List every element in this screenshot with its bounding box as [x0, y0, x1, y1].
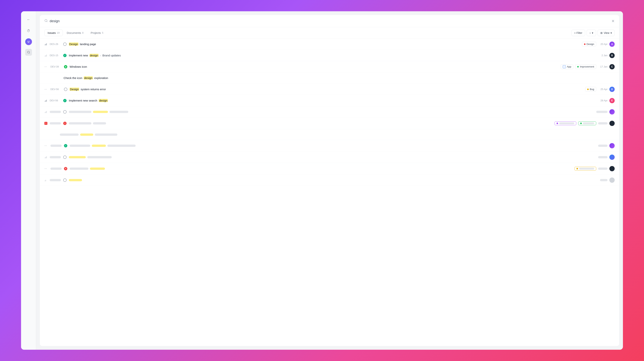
issue-title-prefix: Implement new — [69, 54, 88, 57]
skeleton-date — [598, 122, 608, 124]
svg-rect-17 — [45, 180, 45, 181]
label-dot — [584, 44, 586, 45]
more-dots-icon[interactable]: ··· — [44, 88, 48, 91]
view-label: View — [604, 32, 610, 34]
table-row[interactable]: DES-26 Design landing page Design 20 Apr… — [40, 38, 619, 50]
tab-documents[interactable]: Documents 8 — [64, 30, 87, 36]
search-sidebar-icon[interactable] — [25, 49, 32, 56]
search-input[interactable] — [50, 19, 610, 23]
issue-label — [574, 167, 596, 170]
issue-id: DES-15 — [50, 54, 61, 57]
svg-rect-16 — [46, 156, 47, 158]
skeleton-text — [70, 168, 88, 170]
issue-title-prefix: Implement new search — [69, 99, 97, 102]
issue-meta: 28 Apr E — [598, 98, 615, 103]
issues-list: DES-26 Design landing page Design 20 Apr… — [40, 38, 619, 346]
label-dot — [556, 122, 558, 124]
svg-rect-7 — [46, 54, 47, 56]
avatar: C — [610, 64, 615, 70]
skeleton-highlight — [90, 168, 105, 170]
issue-meta: Bug 25 Apr D — [585, 87, 615, 92]
skeleton-row: ! + — [40, 118, 619, 129]
skeleton-id — [50, 111, 61, 113]
status-badge — [63, 156, 66, 159]
skeleton-text2 — [95, 134, 117, 136]
svg-rect-14 — [45, 157, 45, 158]
issue-date: 2 Jan — [598, 54, 608, 57]
avatar — [610, 154, 615, 160]
issue-meta — [554, 121, 615, 126]
svg-rect-9 — [46, 100, 46, 102]
table-row[interactable]: ··· DEV-39 ● Windows icon □ App Improvem… — [40, 61, 619, 72]
table-row[interactable]: Check the icon design exploration — [40, 72, 619, 84]
sort-button[interactable]: ↕ ▾ — [587, 30, 596, 36]
avatar[interactable]: U — [25, 38, 32, 45]
issue-label[interactable]: Design — [582, 42, 596, 46]
issue-label[interactable]: Improvement — [575, 64, 596, 69]
label-text: Improvement — [580, 65, 594, 68]
avatar: D — [610, 87, 615, 92]
back-icon[interactable]: ← — [25, 16, 32, 23]
table-row[interactable]: ··· DEV-56 Design system returns error B… — [40, 84, 619, 95]
issue-title-text: system returns error — [81, 88, 106, 91]
label-dot — [587, 88, 589, 90]
skeleton-text — [69, 122, 92, 124]
tab-issues[interactable]: Issues 19 — [44, 30, 63, 36]
more-dots-icon[interactable]: ··· — [44, 65, 48, 68]
app-label[interactable]: □ App — [561, 64, 573, 69]
skeleton-label — [579, 168, 594, 170]
history-icon[interactable]: ⏱ — [25, 27, 32, 34]
filter-button[interactable]: + Filter — [572, 30, 585, 36]
priority-icon — [44, 54, 48, 57]
issue-label[interactable]: Bug — [585, 87, 596, 92]
issue-title: Design landing page — [69, 42, 580, 46]
search-icon — [44, 19, 48, 23]
breadcrumb-child: Brand updates — [102, 54, 121, 57]
highlight: design — [90, 54, 98, 57]
issue-meta — [600, 178, 615, 183]
sidebar: ← ⏱ U — [21, 11, 36, 350]
svg-rect-5 — [45, 56, 45, 56]
issue-date: 28 Apr — [598, 99, 608, 102]
skeleton-id — [50, 179, 61, 181]
issue-title-text: landing page — [80, 42, 96, 46]
avatar — [610, 143, 615, 148]
skeleton-text — [70, 144, 90, 147]
skeleton-text2 — [108, 144, 136, 147]
close-icon[interactable]: ✕ — [612, 19, 615, 23]
priority-icon — [44, 179, 48, 182]
avatar: E — [610, 98, 615, 103]
issue-title-text: Windows icon — [70, 65, 87, 68]
issue-meta — [596, 109, 615, 114]
tab-projects-label: Projects — [91, 31, 101, 34]
tab-projects[interactable]: Projects 5 — [88, 30, 106, 36]
issue-date: 25 Apr — [598, 88, 608, 91]
svg-point-1 — [45, 19, 47, 22]
svg-rect-12 — [46, 112, 46, 113]
svg-rect-4 — [46, 43, 47, 45]
status-badge: ✓ — [63, 99, 66, 102]
issue-date: 17 Jan — [598, 65, 608, 68]
sort-chevron: ▾ — [592, 32, 593, 34]
label-dot — [576, 168, 578, 170]
view-icon: ⊞ — [600, 32, 602, 34]
skeleton-row — [40, 174, 619, 186]
skeleton-date — [600, 179, 608, 181]
table-row[interactable]: DEV-56 ✓ Implement new search design 28 … — [40, 95, 619, 106]
skeleton-row: ··· ✓ — [40, 140, 619, 152]
issue-date: 20 Apr — [598, 43, 608, 46]
table-row[interactable]: DES-15 ✓ Implement new design › Brand up… — [40, 50, 619, 61]
skeleton-row — [40, 152, 619, 163]
status-badge: + — [63, 122, 66, 125]
search-bar: ✕ — [40, 15, 619, 27]
issue-meta — [598, 154, 615, 160]
view-button[interactable]: ⊞ View ▾ — [598, 30, 615, 36]
highlight: design — [84, 76, 93, 80]
more-dots-icon: ··· — [44, 167, 48, 170]
avatar: B — [610, 53, 615, 58]
issue-title: Implement new design › Brand updates — [69, 54, 596, 57]
tab-issues-label: Issues — [48, 31, 56, 34]
sub-issue-prefix: Check the icon — [64, 76, 82, 80]
sub-issue-suffix: exploration — [94, 76, 108, 80]
skeleton-highlight — [80, 134, 93, 136]
